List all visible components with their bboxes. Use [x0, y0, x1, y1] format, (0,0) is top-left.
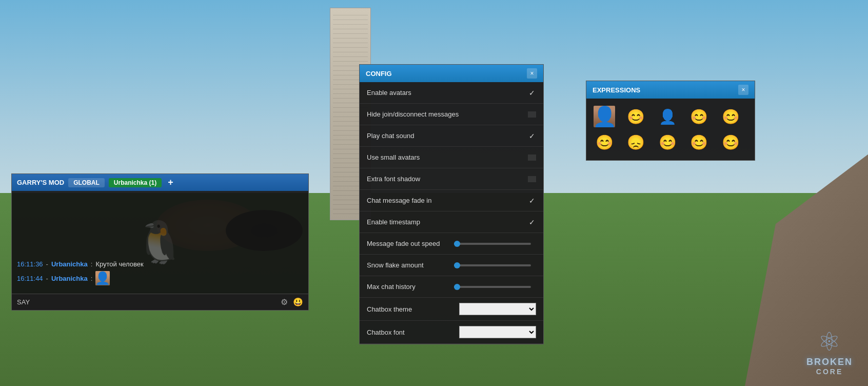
small-avatars-label: Use small avatars — [367, 153, 420, 161]
chat-fade-checkbox[interactable] — [528, 197, 536, 205]
chat-message-1: 16:11:36 - Urbanichka : Крутой человек — [17, 260, 303, 268]
emoji-6-icon: 😊 — [659, 134, 677, 151]
config-row-enable-avatars: Enable avatars — [360, 82, 543, 104]
max-history-slider-container — [454, 286, 536, 288]
config-panel: CONFIG × Enable avatars Hide join/discon… — [359, 64, 544, 344]
emoji-panel-icon[interactable]: 😃 — [293, 297, 303, 307]
expr-item-ghost[interactable]: 👤 — [655, 104, 680, 129]
snowflake-slider-container — [454, 264, 536, 266]
snowflake-track — [454, 264, 531, 266]
fade-speed-thumb[interactable] — [454, 241, 460, 247]
expressions-panel: EXPRESSIONS × 👤 😊 👤 😊 😊 😊 😞 😊 — [586, 81, 755, 161]
expr-item-emoji2[interactable]: 😊 — [686, 104, 712, 129]
expr-item-emoji5[interactable]: 😞 — [623, 129, 649, 155]
msg2-username: Urbanichka — [51, 275, 88, 282]
config-row-fade-speed: Message fade out speed — [360, 233, 543, 255]
expressions-body: 👤 😊 👤 😊 😊 😊 😞 😊 😊 😊 — [586, 99, 755, 160]
atom-icon: ⚛ — [806, 327, 853, 357]
config-row-small-avatars: Use small avatars — [360, 147, 543, 168]
max-history-track — [454, 286, 531, 288]
brokencore-name-line2: CORE — [806, 368, 853, 376]
expr-item-emoji7[interactable]: 😊 — [686, 129, 712, 155]
chat-header-left: GARRY'S MOD GLOBAL Urbanichka (1) + — [17, 177, 173, 188]
chatbox-theme-label: Chatbox theme — [367, 305, 412, 313]
timestamp-checkbox[interactable] — [528, 218, 536, 226]
chat-panel: GARRY'S MOD GLOBAL Urbanichka (1) + 🐧 16… — [11, 173, 309, 311]
tab-global[interactable]: GLOBAL — [68, 178, 105, 187]
config-header: CONFIG × — [360, 65, 543, 82]
add-tab-button[interactable]: + — [168, 177, 173, 188]
expressions-header: EXPRESSIONS × — [586, 81, 755, 99]
play-chat-sound-label: Play chat sound — [367, 132, 415, 140]
small-avatars-checkbox[interactable] — [528, 155, 536, 161]
msg2-separator: - — [46, 275, 48, 282]
expressions-close-button[interactable]: × — [738, 85, 748, 95]
emoji-1-icon: 😊 — [627, 108, 645, 125]
brokencore-logo: ⚛ BROKEN CORE — [806, 327, 853, 376]
chat-fade-label: Chat message fade in — [367, 197, 431, 204]
expr-item-emoji3[interactable]: 😊 — [718, 104, 743, 129]
expr-item-emoji1[interactable]: 😊 — [623, 104, 649, 129]
snowflake-thumb[interactable] — [454, 262, 460, 268]
msg1-colon: : — [91, 260, 93, 268]
fade-speed-slider-container — [454, 243, 536, 245]
emoji-8-icon: 😊 — [722, 134, 740, 151]
config-close-button[interactable]: × — [527, 68, 537, 79]
hide-join-checkbox[interactable] — [528, 111, 536, 118]
msg1-separator: - — [46, 260, 48, 268]
config-row-hide-join: Hide join/disconnect messages — [360, 104, 543, 125]
enable-avatars-checkbox[interactable] — [528, 89, 536, 97]
chat-body: 🐧 16:11:36 - Urbanichka : Крутой человек… — [12, 191, 308, 294]
chatbox-theme-select[interactable] — [459, 303, 536, 315]
extra-font-shadow-checkbox[interactable] — [528, 176, 536, 182]
msg1-time: 16:11:36 — [17, 260, 43, 268]
msg2-time: 16:11:44 — [17, 275, 43, 282]
expr-face-img: 👤 — [594, 106, 615, 127]
expr-item-emoji8[interactable]: 😊 — [718, 129, 743, 155]
emoji-5-icon: 😞 — [627, 134, 645, 151]
config-row-extra-font-shadow: Extra font shadow — [360, 168, 543, 190]
play-chat-sound-checkbox[interactable] — [528, 132, 536, 140]
config-row-max-history: Max chat history — [360, 276, 543, 298]
chat-footer: SAY ⚙ 😃 — [12, 294, 308, 310]
hide-join-label: Hide join/disconnect messages — [367, 110, 459, 118]
config-row-chatbox-font: Chatbox font — [360, 321, 543, 344]
enable-avatars-label: Enable avatars — [367, 89, 411, 96]
expressions-title: EXPRESSIONS — [593, 86, 640, 94]
msg1-text: Крутой человек — [95, 260, 143, 268]
config-title: CONFIG — [366, 70, 392, 78]
ghost-icon: 👤 — [659, 108, 677, 125]
chat-header: GARRY'S MOD GLOBAL Urbanichka (1) + — [12, 174, 308, 191]
emoji-7-icon: 😊 — [690, 134, 708, 151]
emoji-3-icon: 😊 — [722, 108, 740, 125]
config-row-snowflake: Snow flake amount — [360, 255, 543, 276]
extra-font-shadow-label: Extra font shadow — [367, 175, 420, 183]
say-label: SAY — [17, 298, 30, 306]
settings-icon[interactable]: ⚙ — [281, 297, 288, 307]
emoji-2-icon: 😊 — [690, 108, 708, 125]
chat-footer-icons: ⚙ 😃 — [281, 297, 303, 307]
expr-avatar-face: 👤 — [594, 106, 615, 127]
emoji-4-icon: 😊 — [596, 134, 614, 151]
brokencore-name-line1: BROKEN — [806, 357, 853, 368]
expr-item-emoji6[interactable]: 😊 — [655, 129, 680, 155]
tab-urbanichka[interactable]: Urbanichka (1) — [109, 178, 162, 187]
chatbox-font-select[interactable] — [459, 326, 536, 338]
chat-panel-title: GARRY'S MOD — [17, 179, 64, 186]
snowflake-label: Snow flake amount — [367, 261, 424, 269]
chat-message-2: 16:11:44 - Urbanichka : 👤 — [17, 271, 303, 285]
expr-item-emoji4[interactable]: 😊 — [591, 129, 617, 155]
expr-item-avatar[interactable]: 👤 — [591, 104, 617, 129]
config-row-play-chat-sound: Play chat sound — [360, 125, 543, 147]
config-row-chat-fade: Chat message fade in — [360, 190, 543, 211]
fade-speed-track — [454, 243, 531, 245]
config-row-timestamp: Enable timestamp — [360, 211, 543, 233]
chat-messages: 16:11:36 - Urbanichka : Крутой человек 1… — [17, 260, 303, 288]
max-history-thumb[interactable] — [454, 284, 460, 290]
chatbox-font-label: Chatbox font — [367, 329, 405, 336]
msg1-username: Urbanichka — [51, 260, 88, 268]
max-history-label: Max chat history — [367, 283, 416, 291]
avatar-face: 👤 — [95, 271, 110, 285]
fade-speed-label: Message fade out speed — [367, 240, 440, 247]
timestamp-label: Enable timestamp — [367, 218, 420, 226]
